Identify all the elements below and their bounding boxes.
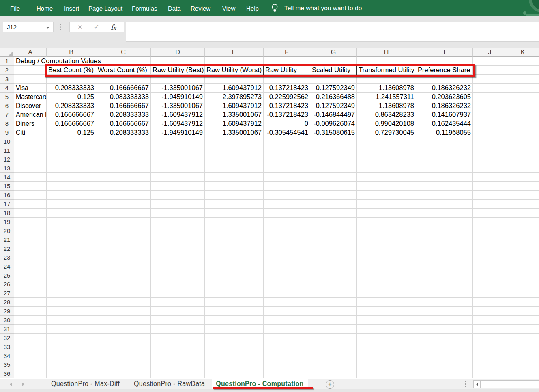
cell-K6[interactable] (507, 101, 539, 110)
cell-B15[interactable] (47, 182, 96, 191)
cell-I32[interactable] (416, 334, 473, 342)
cell-H12[interactable] (357, 155, 416, 164)
cell-D24[interactable] (151, 262, 205, 271)
cell-H19[interactable] (357, 218, 416, 226)
cell-I7[interactable]: 0.141607937 (416, 110, 473, 119)
cell-K19[interactable] (507, 218, 539, 226)
cell-E26[interactable] (205, 280, 264, 289)
cell-H20[interactable] (357, 226, 416, 235)
cell-B29[interactable] (47, 307, 96, 316)
cell-B27[interactable] (47, 289, 96, 298)
cell-F9[interactable]: -0.305454541 (264, 128, 310, 137)
cell-K2[interactable] (507, 66, 539, 75)
cell-D26[interactable] (151, 280, 205, 289)
cell-C7[interactable]: 0.208333333 (96, 110, 151, 119)
cell-K15[interactable] (507, 182, 539, 191)
cell-F12[interactable] (264, 155, 310, 164)
row-header-2[interactable]: 2 (0, 66, 14, 75)
cell-B22[interactable] (47, 244, 96, 253)
cell-C30[interactable] (96, 316, 151, 325)
cell-J27[interactable] (473, 289, 507, 298)
cell-B23[interactable] (47, 253, 96, 262)
cell-G23[interactable] (310, 253, 357, 262)
cell-K10[interactable] (507, 137, 539, 146)
cell-C17[interactable] (96, 200, 151, 209)
enter-icon[interactable]: ✓ (94, 23, 99, 31)
cell-C33[interactable] (96, 342, 151, 351)
cell-G17[interactable] (310, 200, 357, 209)
formula-input[interactable] (126, 22, 539, 42)
cell-C9[interactable]: 0.208333333 (96, 128, 151, 137)
row-header-35[interactable]: 35 (0, 360, 14, 369)
cell-C35[interactable] (96, 360, 151, 369)
cell-D14[interactable] (151, 173, 205, 182)
cell-I27[interactable] (416, 289, 473, 298)
cell-J24[interactable] (473, 262, 507, 271)
cell-A33[interactable] (14, 342, 47, 351)
cell-F19[interactable] (264, 218, 310, 226)
cell-G13[interactable] (310, 164, 357, 173)
cell-E27[interactable] (205, 289, 264, 298)
cell-D18[interactable] (151, 209, 205, 218)
cell-I34[interactable] (416, 351, 473, 360)
cell-E14[interactable] (205, 173, 264, 182)
cell-A10[interactable] (14, 137, 47, 146)
cell-E23[interactable] (205, 253, 264, 262)
column-header-D[interactable]: D (151, 48, 205, 57)
cell-C13[interactable] (96, 164, 151, 173)
cell-A7[interactable]: American Express (14, 110, 47, 119)
cell-B34[interactable] (47, 351, 96, 360)
cell-E35[interactable] (205, 360, 264, 369)
cell-I22[interactable] (416, 244, 473, 253)
cell-F5[interactable]: 0.225992562 (264, 93, 310, 101)
cell-A8[interactable]: Diners (14, 119, 47, 128)
cell-D13[interactable] (151, 164, 205, 173)
row-header-11[interactable]: 11 (0, 146, 14, 155)
cell-G12[interactable] (310, 155, 357, 164)
cell-H13[interactable] (357, 164, 416, 173)
cell-G5[interactable]: 0.216366488 (310, 93, 357, 101)
cell-C27[interactable] (96, 289, 151, 298)
cell-J20[interactable] (473, 226, 507, 235)
cell-G35[interactable] (310, 360, 357, 369)
row-header-36[interactable]: 36 (0, 369, 14, 378)
cell-E24[interactable] (205, 262, 264, 271)
column-header-G[interactable]: G (310, 48, 357, 57)
cell-A5[interactable]: Mastercard (14, 93, 47, 101)
cell-B4[interactable]: 0.208333333 (47, 84, 96, 93)
cell-I8[interactable]: 0.162435444 (416, 119, 473, 128)
cell-J19[interactable] (473, 218, 507, 226)
cell-D22[interactable] (151, 244, 205, 253)
row-header-33[interactable]: 33 (0, 342, 14, 351)
cell-H23[interactable] (357, 253, 416, 262)
menu-help[interactable]: Help (246, 0, 259, 16)
cell-I12[interactable] (416, 155, 473, 164)
cell-E30[interactable] (205, 316, 264, 325)
cell-I24[interactable] (416, 262, 473, 271)
cell-A6[interactable]: Discover (14, 101, 47, 110)
cell-E9[interactable]: 1.335001067 (205, 128, 264, 137)
cell-F26[interactable] (264, 280, 310, 289)
menu-formulas[interactable]: Formulas (132, 0, 157, 16)
cell-D29[interactable] (151, 307, 205, 316)
cell-K35[interactable] (507, 360, 539, 369)
cell-E7[interactable]: 1.335001067 (205, 110, 264, 119)
cell-H28[interactable] (357, 298, 416, 307)
row-header-12[interactable]: 12 (0, 155, 14, 164)
cell-C31[interactable] (96, 325, 151, 334)
column-header-E[interactable]: E (205, 48, 264, 57)
cell-I18[interactable] (416, 209, 473, 218)
cell-J8[interactable] (473, 119, 507, 128)
cell-E12[interactable] (205, 155, 264, 164)
cell-F24[interactable] (264, 262, 310, 271)
cell-C16[interactable] (96, 191, 151, 200)
cell-A12[interactable] (14, 155, 47, 164)
row-header-27[interactable]: 27 (0, 289, 14, 298)
cell-I21[interactable] (416, 235, 473, 244)
cell-E8[interactable]: 1.609437912 (205, 119, 264, 128)
cell-I5[interactable]: 0.203623605 (416, 93, 473, 101)
cell-B12[interactable] (47, 155, 96, 164)
cell-K13[interactable] (507, 164, 539, 173)
sheet-tab-questionpro-max-diff[interactable]: QuestionPro - Max-Diff (44, 379, 127, 389)
cell-H32[interactable] (357, 334, 416, 342)
